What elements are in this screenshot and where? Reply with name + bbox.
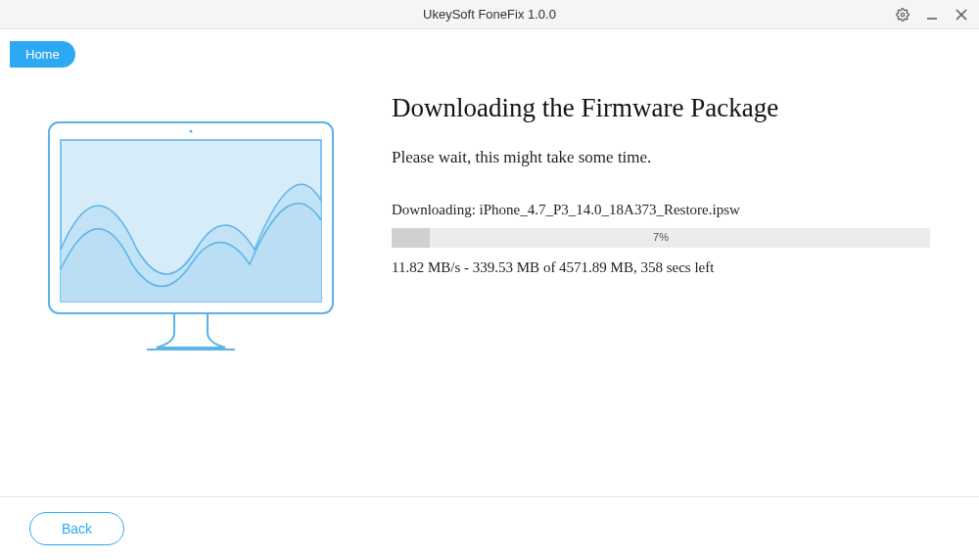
download-label: Downloading: iPhone_4.7_P3_14.0_18A373_R… bbox=[392, 202, 930, 218]
titlebar: UkeySoft FoneFix 1.0.0 bbox=[0, 0, 979, 29]
svg-point-6 bbox=[190, 130, 193, 133]
home-button[interactable]: Home bbox=[10, 41, 75, 68]
gear-icon bbox=[896, 8, 909, 22]
app-title: UkeySoft FoneFix 1.0.0 bbox=[423, 7, 556, 22]
page-subtitle: Please wait, this might take some time. bbox=[392, 148, 930, 167]
back-button[interactable]: Back bbox=[29, 512, 124, 545]
svg-point-0 bbox=[901, 13, 905, 17]
monitor-illustration bbox=[29, 93, 362, 367]
content-area: Downloading the Firmware Package Please … bbox=[0, 93, 979, 367]
download-stats: 11.82 MB/s - 339.53 MB of 4571.89 MB, 35… bbox=[392, 259, 930, 276]
close-icon bbox=[956, 9, 967, 21]
monitor-icon bbox=[39, 113, 352, 367]
titlebar-controls bbox=[893, 0, 971, 28]
settings-button[interactable] bbox=[893, 5, 912, 24]
main-area: Downloading the Firmware Package Please … bbox=[362, 93, 950, 367]
minimize-icon bbox=[926, 9, 938, 21]
progress-bar: 7% bbox=[392, 228, 930, 248]
close-button[interactable] bbox=[952, 5, 971, 24]
progress-text: 7% bbox=[392, 231, 930, 243]
footer: Back bbox=[0, 496, 979, 560]
page-title: Downloading the Firmware Package bbox=[392, 93, 930, 123]
minimize-button[interactable] bbox=[922, 5, 942, 24]
